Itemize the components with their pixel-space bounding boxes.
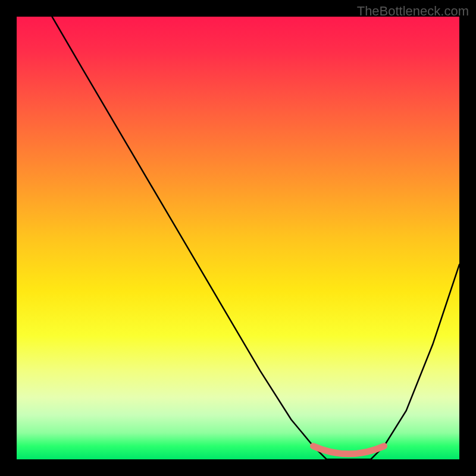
curve-path	[52, 17, 459, 459]
chart-svg	[17, 17, 459, 459]
plot-area	[17, 17, 459, 459]
highlight-path	[313, 446, 384, 454]
watermark-text: TheBottleneck.com	[357, 4, 469, 19]
